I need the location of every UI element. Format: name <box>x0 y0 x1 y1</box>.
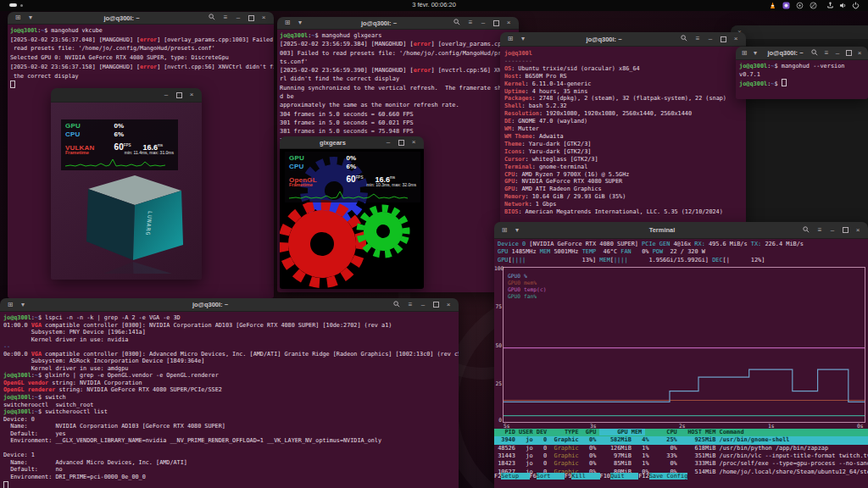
legend-fan: GPU0 fan% <box>508 293 547 300</box>
chevron-down-icon[interactable]: ▾ <box>513 226 521 235</box>
minimize-button[interactable]: – <box>479 19 487 27</box>
search-icon[interactable] <box>209 14 217 22</box>
mangohud-cpu-label: CPU <box>65 130 114 138</box>
close-button[interactable]: × <box>732 35 740 43</box>
titlebar[interactable] <box>731 25 868 39</box>
minimize-button[interactable]: – <box>833 49 842 58</box>
close-button[interactable]: × <box>187 91 196 99</box>
fps-unit: FPS <box>356 175 364 180</box>
terminal-line: Name: NVIDIA Corporation AD103 [GeForce … <box>3 423 455 430</box>
maximize-button[interactable] <box>844 49 853 58</box>
nvtop-content[interactable]: Device 0 [NVIDIA GeForce RTX 4080 SUPER]… <box>494 239 868 488</box>
settings-icon[interactable] <box>796 2 804 9</box>
new-tab-icon[interactable]: ⊞ <box>740 49 748 58</box>
power-icon[interactable] <box>852 2 860 9</box>
menu-icon[interactable]: ≡ <box>822 49 831 58</box>
menu-icon[interactable]: ≡ <box>693 35 702 43</box>
titlebar[interactable]: ⊞ ▾ Terminal ≡ – × <box>494 222 868 239</box>
titlebar[interactable]: glxgears – × <box>280 136 424 149</box>
mangohud-gpu-label: GPU <box>65 122 114 130</box>
search-icon[interactable] <box>453 19 462 27</box>
titlebar[interactable]: ⊞ ▾ jo@q300l: ~ ≡ – × <box>8 12 274 25</box>
search-icon[interactable] <box>681 35 689 43</box>
gpu-series-line <box>504 369 865 402</box>
system-tray <box>769 0 863 11</box>
titlebar[interactable]: – × <box>51 88 202 103</box>
new-tab-icon[interactable]: ⊞ <box>14 14 22 22</box>
terminal-line: WM: Mutter <box>504 125 742 133</box>
new-tab-icon[interactable]: ⊞ <box>506 35 515 43</box>
chevron-down-icon[interactable]: ▾ <box>296 19 304 27</box>
terminal-line: 003] Failed to read presets file: '/home… <box>280 49 516 58</box>
maximize-button[interactable] <box>175 91 183 99</box>
terminal-line: CPU: AMD Ryzen 7 9700X (16) @ 5.5GHz <box>504 171 742 179</box>
close-button[interactable]: × <box>854 226 862 235</box>
y-tick: 100 <box>494 264 502 272</box>
maximize-button[interactable] <box>719 35 727 43</box>
vlc-icon[interactable] <box>769 2 776 9</box>
chevron-down-icon[interactable]: ▾ <box>751 49 760 58</box>
close-button[interactable]: × <box>504 19 513 27</box>
terminal-line: Host: B650M Pro RS <box>504 73 742 80</box>
top-bar: 3 févr. 00:06:20 <box>0 0 868 11</box>
new-tab-icon[interactable]: ⊞ <box>500 226 509 235</box>
maximize-button[interactable] <box>431 301 440 309</box>
minimize-button[interactable]: – <box>828 226 837 235</box>
minimize-button[interactable]: – <box>419 301 427 309</box>
titlebar[interactable]: ⊞ ▾ jo@q300l: ~ ≡ – × <box>500 32 746 47</box>
window-title: glxgears <box>286 139 380 147</box>
terminal-line: Kernel driver in use: amdgpu <box>3 365 455 373</box>
network-icon[interactable] <box>826 2 834 9</box>
terminal-content[interactable]: jo@q300l--------OS: Ubuntu trixie/sid (o… <box>500 47 746 225</box>
close-button[interactable]: × <box>409 138 418 147</box>
close-button[interactable]: × <box>855 49 864 58</box>
maximize-button[interactable] <box>492 19 500 27</box>
menu-icon[interactable]: ≡ <box>466 19 475 27</box>
menu-icon[interactable]: ≡ <box>221 14 230 22</box>
maximize-button[interactable] <box>247 14 255 22</box>
menu-icon[interactable]: ≡ <box>815 226 824 235</box>
terminal-content[interactable]: jo@q300l:~$ mangohud --versionv0.7.1jo@q… <box>736 60 868 99</box>
terminal-line: jo@q300l:~$ glxinfo | grep -e OpenGL.ven… <box>3 372 455 380</box>
titlebar[interactable]: ⊞ ▾ jo@q300l: ~ ≡ – × <box>277 17 519 30</box>
menu-icon[interactable]: ≡ <box>406 301 415 309</box>
chart-legend: GPU0 % GPU0 mem% GPU0 temp(c) GPU0 fan% <box>508 273 547 300</box>
glxgears-viewport[interactable]: GPU0% CPU6% OpenGL60FPS16.6ms Frametimem… <box>280 149 424 289</box>
search-icon[interactable] <box>393 301 402 309</box>
mangohud-gpu-value: 0% <box>347 154 357 162</box>
vkcube-viewport[interactable]: LUNARG GPU0% CPU6% VULKAN60FPS16.6ms Fra… <box>51 103 202 280</box>
close-button[interactable]: × <box>259 14 268 22</box>
chevron-down-icon[interactable]: ▾ <box>26 14 35 22</box>
search-icon[interactable] <box>803 226 811 235</box>
terminal-line: 304 frames in 5.0 seconds = 60.660 FPS <box>280 110 516 119</box>
minimize-button[interactable]: – <box>234 14 242 22</box>
volume-icon[interactable] <box>839 2 847 9</box>
chevron-down-icon[interactable]: ▾ <box>519 35 527 43</box>
window-title: Terminal <box>526 226 798 234</box>
gpu-process-table[interactable]: PID USER DEV TYPE GPU GPU MEM CPU HOST M… <box>494 429 868 476</box>
minimize-button[interactable]: – <box>384 138 392 147</box>
titlebar[interactable]: ⊞ ▾ jo@q300l: ~ ≡ – × <box>736 47 868 60</box>
ms-unit: ms <box>390 175 395 180</box>
y-tick: 50 <box>494 341 502 349</box>
terminal-line: Resolution: 1920x1080, 1920x1080, 2560x1… <box>504 110 742 118</box>
minimize-button[interactable]: – <box>162 91 170 99</box>
terminal-line: Default: yes <box>3 430 455 438</box>
new-tab-icon[interactable]: ⊞ <box>6 301 14 309</box>
minimize-button[interactable]: – <box>706 35 715 43</box>
chat-app-icon[interactable] <box>782 2 790 9</box>
chevron-down-icon[interactable]: ▾ <box>19 301 27 309</box>
search-icon[interactable] <box>811 49 820 58</box>
maximize-button[interactable] <box>397 138 405 147</box>
dnd-icon[interactable] <box>810 2 817 9</box>
titlebar[interactable]: ⊞ ▾ jo@q300l: ~ ≡ – × <box>0 298 459 312</box>
terminal-content[interactable]: jo@q300l:~$ lspci -n -n -k | grep -A 2 -… <box>0 312 459 488</box>
clock[interactable]: 3 févr. 00:06:20 <box>0 1 868 8</box>
new-tab-icon[interactable]: ⊞ <box>283 19 292 27</box>
close-button[interactable]: × <box>444 301 453 309</box>
frametime-graph <box>289 189 408 201</box>
function-key-bar[interactable]: F2Setup F6Sort F9Kill F10Quit F12Save Co… <box>494 473 868 481</box>
glxgears-window: glxgears – × <box>280 136 424 289</box>
maximize-button[interactable] <box>841 226 849 235</box>
terminal-line: OS: Ubuntu trixie/sid (oracular) x86_64 <box>504 65 742 73</box>
